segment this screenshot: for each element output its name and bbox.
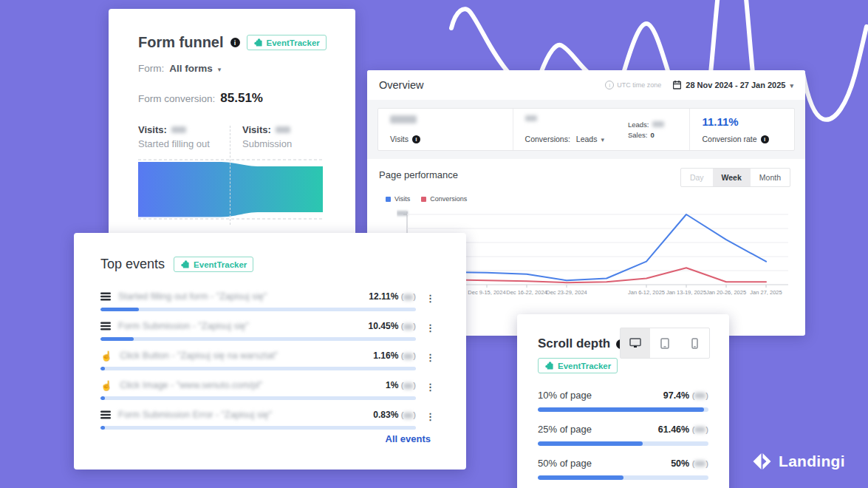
svg-text:Jan 20-26, 2025: Jan 20-26, 2025 xyxy=(706,289,746,296)
row-menu-button[interactable] xyxy=(426,353,435,362)
device-tablet-button[interactable] xyxy=(650,328,680,358)
event-name: Form Submission Error - "Zapisuj się" xyxy=(118,410,366,420)
event-list: Started filling out form - "Zapisuj się"… xyxy=(100,291,440,430)
event-row: Form Submission - "Zapisuj się" 10.45% (… xyxy=(100,321,440,341)
blurred-count xyxy=(694,427,705,433)
blurred-count xyxy=(403,324,413,330)
visits-label: Visits xyxy=(390,135,409,143)
stage-name: Started filling out xyxy=(138,138,230,149)
overview-title: Overview xyxy=(379,79,423,91)
conversion-rate-value: 11.11% xyxy=(702,115,782,128)
blurred-value xyxy=(390,115,417,123)
stat-conversion-rate: 11.11% Conversion rate xyxy=(689,109,794,150)
scroll-progress-fill xyxy=(538,441,643,446)
scroll-depth-row: 25% of page 61.46% () xyxy=(538,424,708,446)
dashed-divider xyxy=(230,126,230,225)
scroll-depth-title: Scroll depth xyxy=(538,336,610,351)
top-events-title: Top events xyxy=(100,257,165,272)
stage-visits-label: Visits: xyxy=(138,124,167,135)
legend-swatch-conversions xyxy=(421,197,426,202)
event-progress-fill xyxy=(100,337,134,341)
form-conversion-value: 85.51% xyxy=(220,91,263,106)
row-menu-button[interactable] xyxy=(426,294,435,303)
info-icon[interactable] xyxy=(230,38,240,47)
form-selector[interactable]: Form: All forms xyxy=(138,63,355,74)
tab-month[interactable]: Month xyxy=(751,169,790,186)
event-percent-value: 12.11% xyxy=(369,291,400,302)
event-progress-fill xyxy=(100,308,139,311)
legend-conversions: Conversions xyxy=(421,195,467,203)
tab-week[interactable]: Week xyxy=(713,169,751,186)
funnel-stage-submission: Visits: Submission xyxy=(230,124,323,149)
date-range-picker[interactable]: 28 Nov 2024 - 27 Jan 2025 xyxy=(673,81,793,89)
form-selected-value[interactable]: All forms xyxy=(169,63,213,74)
click-icon xyxy=(100,381,112,390)
landingi-logo-text: Landingi xyxy=(779,453,845,470)
event-row: Click Button - "Zapisuj się na warsztat"… xyxy=(100,350,440,370)
conversion-rate-label: Conversion rate xyxy=(702,135,756,143)
stage-visits-label: Visits: xyxy=(242,124,271,135)
stat-leads-sales: Leads: Sales:0 xyxy=(616,109,689,150)
scroll-depth-percent: 97.4% xyxy=(663,390,692,401)
funnel-stage-started: Visits: Started filling out xyxy=(138,124,230,149)
puzzle-icon xyxy=(544,361,554,370)
event-percent-value: 10.45% xyxy=(369,321,401,331)
event-progress-track xyxy=(100,426,416,430)
row-menu-button[interactable] xyxy=(426,412,435,421)
funnel-chart xyxy=(138,159,323,220)
info-icon[interactable] xyxy=(412,135,420,143)
event-name: Started filling out form - "Zapisuj się" xyxy=(118,291,361,302)
event-name: Click Image - "www.senuto.com/pl" xyxy=(120,380,378,390)
conversions-type-select[interactable]: Leads xyxy=(576,135,604,143)
row-menu-button[interactable] xyxy=(426,323,435,333)
scroll-depth-label: 25% of page xyxy=(538,424,592,435)
puzzle-icon xyxy=(253,38,263,47)
form-icon xyxy=(100,292,111,301)
device-toggle xyxy=(620,328,710,359)
info-icon[interactable] xyxy=(761,135,769,143)
granularity-tabs: Day Week Month xyxy=(680,168,790,187)
legend-label: Conversions xyxy=(430,195,467,203)
form-conversion-label: Form conversion: xyxy=(138,93,215,104)
scroll-depth-row: 10% of page 97.4% () xyxy=(538,390,708,412)
event-row: Click Image - "www.senuto.com/pl" 1% () xyxy=(100,380,440,400)
eventtracker-badge-label: EventTracker xyxy=(558,362,611,370)
scroll-progress-track xyxy=(538,407,708,412)
blurred-value xyxy=(525,115,537,121)
svg-text:Jan 27, 2025: Jan 27, 2025 xyxy=(750,289,782,296)
event-name: Form Submission - "Zapisuj się" xyxy=(118,321,361,331)
date-range-value[interactable]: 28 Nov 2024 - 27 Jan 2025 xyxy=(686,81,785,89)
conversions-type-value[interactable]: Leads xyxy=(576,135,598,143)
overview-stats-bar: Visits Conversions: Leads Leads: Sales:0 xyxy=(377,108,795,151)
blurred-value xyxy=(171,126,186,133)
event-progress-fill xyxy=(100,426,105,430)
form-icon xyxy=(100,410,111,419)
device-mobile-button[interactable] xyxy=(680,328,709,358)
info-icon xyxy=(605,81,614,89)
stat-visits: Visits xyxy=(378,109,513,150)
all-events-link[interactable]: All events xyxy=(386,433,431,444)
event-progress-fill xyxy=(100,396,105,400)
event-name: Click Button - "Zapisuj się na warsztat" xyxy=(120,350,366,361)
blurred-count xyxy=(403,294,413,300)
page-background: Form funnel EventTracker Form: All forms… xyxy=(0,0,868,488)
tab-day[interactable]: Day xyxy=(681,169,713,186)
top-events-card: Top events EventTracker Started filling … xyxy=(74,233,466,470)
event-progress-track xyxy=(100,308,416,311)
timezone-label: UTC time zone xyxy=(605,81,661,89)
eventtracker-badge-label: EventTracker xyxy=(267,38,320,47)
scroll-depth-label: 10% of page xyxy=(538,390,592,401)
sales-value: 0 xyxy=(650,131,654,139)
event-row: Started filling out form - "Zapisuj się"… xyxy=(100,291,440,311)
device-desktop-button[interactable] xyxy=(621,328,650,358)
stage-name: Submission xyxy=(242,138,323,149)
event-progress-track xyxy=(100,367,416,370)
eventtracker-badge: EventTracker xyxy=(174,257,253,272)
row-menu-button[interactable] xyxy=(426,382,435,392)
scroll-depth-label: 50% of page xyxy=(538,458,592,469)
svg-text:Jan 13-19, 2025: Jan 13-19, 2025 xyxy=(666,289,706,296)
chevron-down-icon xyxy=(790,81,793,89)
scroll-depth-percent: 50% xyxy=(671,458,692,469)
landingi-logo-icon xyxy=(752,452,772,471)
scroll-progress-fill xyxy=(538,475,623,480)
